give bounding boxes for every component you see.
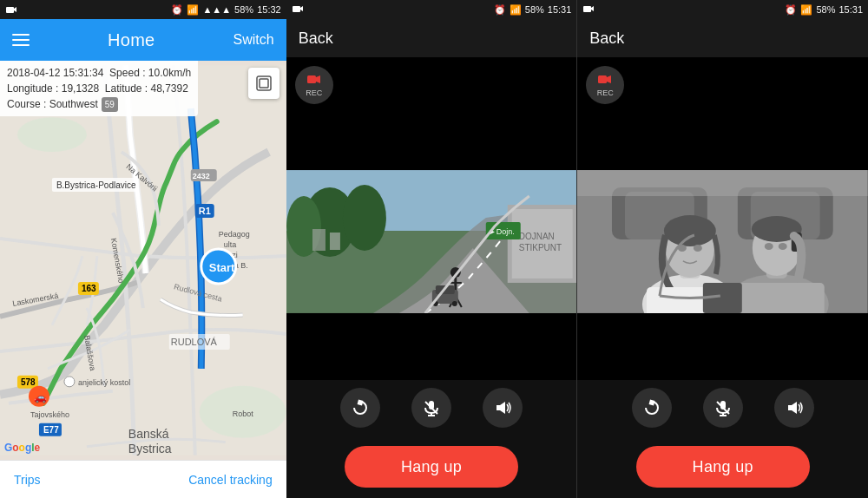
trips-link[interactable]: Trips (14, 473, 41, 487)
svg-text:DOJNAN: DOJNAN (518, 232, 554, 241)
mic-button-2[interactable] (411, 388, 451, 428)
camera-icon-3 (582, 4, 595, 13)
video-top-bar-2[interactable]: Back (286, 19, 577, 57)
status-right-3: ⏰ 📶 58% 15:31 (785, 4, 863, 16)
layers-icon (255, 75, 273, 92)
mic-icon (422, 398, 441, 417)
interior-feed (577, 170, 868, 313)
video-panel-interior: ⏰ 📶 58% 15:31 Back REC (577, 0, 868, 498)
switch-button[interactable]: Switch (233, 32, 274, 48)
status-bar-left-2 (292, 4, 304, 15)
svg-text:anjelický kostol: anjelický kostol (78, 378, 130, 387)
svg-rect-0 (6, 7, 14, 13)
rotate-button-2[interactable] (340, 388, 380, 428)
camera-icon (5, 5, 17, 14)
rec-icon-2 (307, 74, 321, 88)
course-row: Course : Southwest 59 (7, 96, 191, 112)
alarm-icon-3: ⏰ (785, 4, 797, 16)
rec-icon-3 (598, 74, 612, 88)
video-black-top-3: REC (577, 57, 868, 170)
map-area[interactable]: anjelický kostol B.Bystrica-Podlavice La… (0, 61, 286, 460)
cancel-tracking-link[interactable]: Cancel tracking (188, 473, 273, 487)
svg-text:Tajovského: Tajovského (30, 410, 69, 419)
camera-icon-2 (292, 4, 304, 13)
video-rec-icon-3 (598, 75, 612, 85)
svg-point-7 (64, 377, 75, 387)
volume-button-2[interactable] (483, 388, 523, 428)
alarm-icon-2: ⏰ (494, 4, 506, 16)
rec-button-3[interactable]: REC (586, 66, 624, 104)
svg-rect-5 (130, 403, 234, 429)
app-title: Home (108, 30, 155, 50)
svg-point-89 (664, 215, 716, 246)
back-label-3: Back (589, 29, 624, 48)
rotate-icon (351, 398, 370, 417)
time-map: 15:32 (257, 4, 281, 15)
svg-rect-102 (577, 170, 868, 196)
course: Course : Southwest (7, 96, 98, 112)
status-bar-dashcam: ⏰ 📶 58% 15:31 (286, 0, 577, 19)
hang-up-row-2: Hang up (286, 436, 577, 498)
map-overlay-button[interactable] (248, 68, 279, 99)
rec-label-2: REC (306, 88, 322, 97)
map-panel: ⏰ 📶 ▲▲▲ 58% 15:32 Home Switch 2018-04-12… (0, 0, 286, 498)
svg-text:Robot: Robot (233, 410, 253, 418)
svg-text:STIKPUNT: STIKPUNT (518, 243, 561, 252)
mic-button-3[interactable] (703, 388, 743, 428)
svg-point-3 (17, 117, 87, 152)
svg-text:RUDLOVÁ: RUDLOVÁ (171, 337, 218, 347)
svg-rect-77 (583, 6, 591, 12)
svg-marker-108 (788, 402, 797, 414)
course-badge: 59 (102, 97, 118, 112)
status-bar-interior: ⏰ 📶 58% 15:31 (577, 0, 868, 19)
datetime-speed-row: 2018-04-12 15:31:34 Speed : 10.0km/h (7, 65, 191, 81)
wifi-icon-3: 📶 (800, 4, 812, 16)
status-bar-right: ⏰ 📶 ▲▲▲ 58% 15:32 (171, 4, 280, 16)
svg-rect-100 (729, 283, 825, 313)
rec-label-3: REC (597, 88, 614, 97)
bottom-bar: Trips Cancel tracking (0, 460, 286, 498)
video-top-bar-3[interactable]: Back (577, 19, 868, 57)
wifi-icon-2: 📶 (510, 4, 522, 16)
video-black-top-2: REC (286, 57, 577, 170)
rotate-button-3[interactable] (632, 388, 672, 428)
dashcam-feed: DOJNAN STIKPUNT ►Dojn. (286, 170, 577, 313)
svg-point-98 (765, 243, 773, 250)
volume-icon (493, 398, 512, 417)
menu-icon[interactable] (12, 34, 30, 46)
info-bar: 2018-04-12 15:31:34 Speed : 10.0km/h Lon… (0, 61, 198, 116)
hang-up-row-3: Hang up (577, 436, 868, 498)
svg-rect-45 (293, 6, 300, 12)
map-svg: anjelický kostol B.Bystrica-Podlavice La… (0, 61, 286, 460)
svg-text:E77: E77 (43, 425, 59, 435)
volume-button-3[interactable] (774, 388, 814, 428)
wifi-icon: 📶 (187, 4, 199, 16)
svg-text:Bellušova: Bellušova (104, 459, 138, 460)
battery-3: 58% (816, 4, 835, 15)
svg-rect-44 (260, 79, 268, 88)
back-label-2: Back (299, 29, 333, 48)
status-left-3 (582, 4, 595, 15)
latitude: Latitude : 48,7392 (105, 82, 188, 95)
longitude: Longitude : 19,1328 (7, 82, 99, 95)
video-rec-icon (307, 75, 321, 85)
svg-text:Banská: Banská (128, 427, 169, 441)
rec-button-2[interactable]: REC (295, 66, 333, 104)
svg-text:Start: Start (209, 261, 235, 274)
svg-rect-47 (307, 75, 316, 83)
interior-scene-svg (577, 170, 868, 313)
svg-point-68 (451, 301, 457, 306)
svg-text:Pedagog: Pedagog (219, 230, 250, 239)
svg-point-91 (694, 245, 702, 252)
svg-marker-80 (607, 75, 611, 83)
video-black-bottom-2 (286, 313, 577, 380)
hang-up-button-2[interactable]: Hang up (345, 446, 518, 488)
coords-row: Longitude : 19,1328 Latitude : 48,7392 (7, 81, 191, 96)
signal-icon: ▲▲▲ (202, 4, 231, 15)
hang-up-button-3[interactable]: Hang up (636, 446, 810, 488)
speed: Speed : 10.0km/h (109, 67, 191, 79)
dashcam-scene-svg: DOJNAN STIKPUNT ►Dojn. (286, 170, 577, 313)
svg-rect-79 (598, 75, 607, 83)
svg-text:2432: 2432 (193, 172, 210, 180)
mic-icon-3 (713, 398, 733, 417)
